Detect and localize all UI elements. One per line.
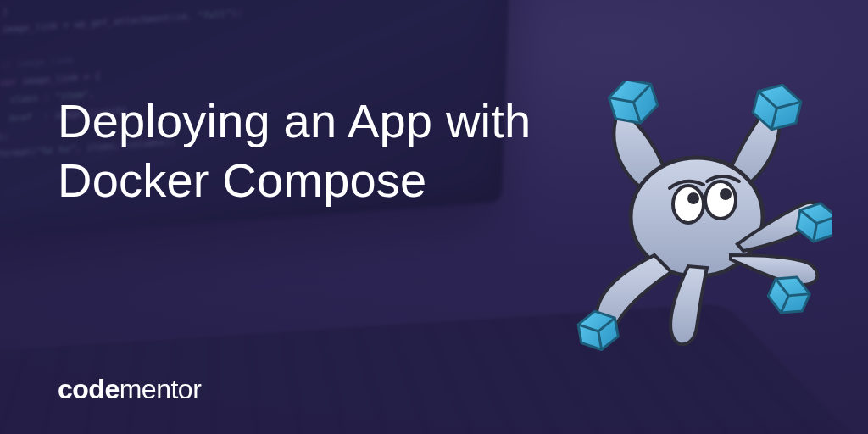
brand-light: mentor bbox=[120, 374, 202, 404]
svg-point-2 bbox=[687, 192, 699, 204]
svg-point-1 bbox=[705, 181, 736, 219]
hero-title-line1: Deploying an App with bbox=[58, 92, 531, 151]
brand-logo: codementor bbox=[58, 374, 201, 405]
docker-compose-octopus-icon bbox=[561, 81, 832, 353]
tentacle-lower-mid bbox=[670, 266, 707, 344]
hero-title: Deploying an App with Docker Compose bbox=[58, 92, 531, 210]
hero-title-line2: Docker Compose bbox=[58, 151, 531, 210]
svg-point-3 bbox=[720, 188, 732, 200]
brand-bold: code bbox=[58, 374, 120, 404]
svg-point-0 bbox=[673, 186, 704, 223]
